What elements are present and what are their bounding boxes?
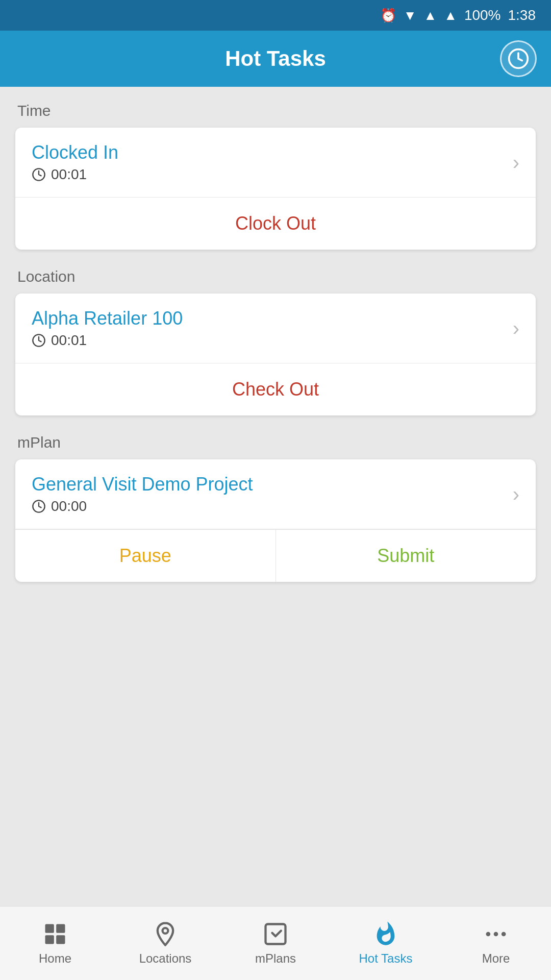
mplans-label: mPlans (255, 951, 296, 966)
locations-label: Locations (139, 951, 192, 966)
battery-text: 100% (464, 7, 501, 23)
svg-point-11 (494, 932, 498, 937)
signal-icon-1: ▲ (423, 8, 437, 23)
svg-rect-7 (56, 935, 65, 944)
nav-item-mplans[interactable]: mPlans (220, 906, 331, 980)
wifi-icon: ▼ (404, 8, 417, 23)
clock-history-button[interactable] (500, 40, 537, 77)
clocked-in-content: Clocked In 00:01 (32, 142, 118, 183)
location-name: Alpha Retailer 100 (32, 308, 183, 329)
svg-rect-4 (45, 924, 54, 933)
mplan-clock-icon (32, 499, 46, 513)
check-out-button[interactable]: Check Out (15, 363, 536, 415)
clocked-in-row[interactable]: Clocked In 00:01 › (15, 128, 536, 198)
location-content: Alpha Retailer 100 00:01 (32, 308, 183, 349)
hottasks-icon (372, 921, 399, 947)
more-icon (483, 921, 509, 947)
svg-point-12 (502, 932, 506, 937)
mplan-row-chevron: › (513, 483, 519, 506)
mplan-row[interactable]: General Visit Demo Project 00:00 › (15, 459, 536, 529)
time-section-label: Time (15, 102, 536, 119)
nav-item-home[interactable]: Home (0, 906, 110, 980)
bottom-nav: Home Locations mPlans Hot Tasks (0, 906, 551, 980)
nav-item-more[interactable]: More (441, 906, 551, 980)
status-icons: ⏰ ▼ ▲ ▲ 100% 1:38 (380, 7, 536, 23)
clocked-in-status: Clocked In (32, 142, 118, 163)
svg-rect-6 (45, 935, 54, 944)
mplan-card: General Visit Demo Project 00:00 › Pause… (15, 459, 536, 582)
mplans-icon (262, 921, 289, 947)
location-clock-icon (32, 333, 46, 348)
location-row-chevron: › (513, 317, 519, 340)
nav-item-locations[interactable]: Locations (110, 906, 220, 980)
mplan-name: General Visit Demo Project (32, 474, 253, 495)
home-icon (42, 921, 68, 947)
alarm-icon: ⏰ (380, 8, 396, 23)
svg-point-8 (163, 928, 168, 934)
hottasks-label: Hot Tasks (359, 951, 413, 966)
app-bar: Hot Tasks (0, 31, 551, 87)
svg-rect-5 (56, 924, 65, 933)
mplan-time: 00:00 (32, 498, 253, 514)
location-card: Alpha Retailer 100 00:01 › Check Out (15, 293, 536, 415)
submit-button[interactable]: Submit (276, 530, 536, 582)
status-bar: ⏰ ▼ ▲ ▲ 100% 1:38 (0, 0, 551, 31)
main-content: Time Clocked In 00:01 › Clock Out Locati… (0, 87, 551, 597)
home-label: Home (39, 951, 71, 966)
svg-rect-9 (266, 924, 286, 944)
location-row[interactable]: Alpha Retailer 100 00:01 › (15, 293, 536, 363)
locations-icon (152, 921, 179, 947)
time-card: Clocked In 00:01 › Clock Out (15, 128, 536, 250)
mplan-section-label: mPlan (15, 434, 536, 451)
time-text: 1:38 (508, 7, 536, 23)
more-label: More (482, 951, 510, 966)
location-time: 00:01 (32, 332, 183, 349)
pause-button[interactable]: Pause (15, 530, 276, 582)
svg-point-10 (486, 932, 491, 937)
nav-item-hottasks[interactable]: Hot Tasks (331, 906, 441, 980)
clock-out-button[interactable]: Clock Out (15, 198, 536, 250)
mplan-actions: Pause Submit (15, 529, 536, 582)
time-clock-icon (32, 167, 46, 182)
time-row-chevron: › (513, 151, 519, 174)
mplan-content: General Visit Demo Project 00:00 (32, 474, 253, 514)
location-section-label: Location (15, 268, 536, 285)
clocked-in-time: 00:01 (32, 166, 118, 183)
app-bar-title: Hot Tasks (225, 46, 326, 71)
signal-icon-2: ▲ (444, 8, 457, 23)
